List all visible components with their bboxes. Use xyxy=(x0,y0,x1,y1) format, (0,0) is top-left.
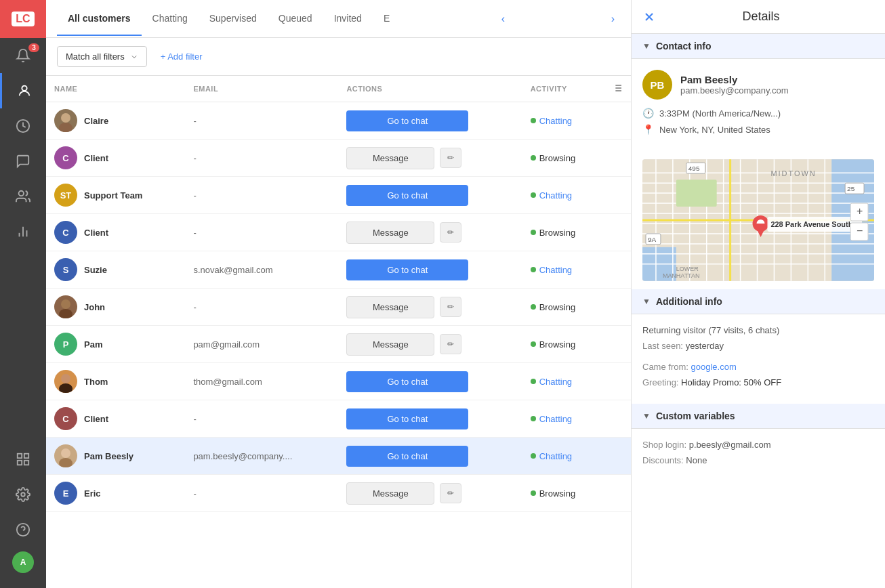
table-row[interactable]: C Client - Message✏ Browsing xyxy=(46,214,631,251)
go-to-chat-button[interactable]: Go to chat xyxy=(346,185,468,206)
tab-supervised[interactable]: Supervised xyxy=(199,2,268,36)
sidebar-user-avatar[interactable]: A xyxy=(0,547,46,583)
tab-chatting[interactable]: Chatting xyxy=(142,2,199,36)
go-to-chat-button[interactable]: Go to chat xyxy=(346,446,468,467)
tab-more[interactable]: E xyxy=(373,2,400,36)
table-row[interactable]: C Client - Go to chat Chatting xyxy=(46,400,631,438)
name-cell: Pam Beesly xyxy=(46,438,185,475)
table-row[interactable]: C Client - Message✏ Browsing xyxy=(46,140,631,177)
col-extra[interactable] xyxy=(604,76,631,102)
table-row[interactable]: Thom thom@gmail.com Go to chat Chatting xyxy=(46,363,631,400)
table-row[interactable]: John - Message✏ Browsing xyxy=(46,289,631,326)
row-extra xyxy=(604,102,631,140)
message-button[interactable]: Message xyxy=(346,296,434,318)
name-cell: John xyxy=(46,289,185,326)
name-cell: C Client xyxy=(46,400,185,438)
tab-invited[interactable]: Invited xyxy=(323,2,373,36)
sidebar-item-team[interactable] xyxy=(0,179,46,214)
table-row[interactable]: E Eric - Message✏ Browsing xyxy=(46,475,631,512)
activity-cell: Browsing xyxy=(522,326,604,363)
sidebar-item-help[interactable] xyxy=(0,512,46,547)
email-cell: s.novak@gmail.com xyxy=(185,251,338,289)
custom-variables-section-header[interactable]: ▼ Custom variables xyxy=(632,404,885,429)
table-row[interactable]: P Pam pam@gmail.com Message✏ Browsing xyxy=(46,326,631,363)
came-from-row: Came from: google.com xyxy=(642,362,874,372)
message-button[interactable]: Message xyxy=(346,222,434,244)
table-row[interactable]: Claire - Go to chat Chatting xyxy=(46,102,631,140)
came-from-label: Came from: xyxy=(642,362,688,372)
logo-text: LC xyxy=(12,12,34,26)
match-filter-dropdown[interactable]: Match all filters xyxy=(57,46,147,67)
message-button[interactable]: Message xyxy=(346,482,434,505)
activity-cell: Chatting xyxy=(522,363,604,400)
tab-prev-btn[interactable]: ‹ xyxy=(496,10,510,28)
status-dot-indicator xyxy=(531,416,536,421)
sidebar-item-notifications[interactable]: 3 xyxy=(0,38,46,73)
message-button[interactable]: Message xyxy=(346,333,434,356)
contact-info-section-header[interactable]: ▼ Contact info xyxy=(632,34,885,59)
svg-text:25: 25 xyxy=(847,185,855,192)
row-extra xyxy=(604,363,631,400)
sidebar-item-history[interactable] xyxy=(0,108,46,144)
sidebar-item-settings[interactable] xyxy=(0,477,46,512)
customer-name: Eric xyxy=(84,488,101,499)
row-extra xyxy=(604,400,631,438)
go-to-chat-button[interactable]: Go to chat xyxy=(346,259,468,280)
edit-chat-button[interactable]: ✏ xyxy=(440,297,461,317)
edit-chat-button[interactable]: ✏ xyxy=(440,222,461,243)
go-to-chat-button[interactable]: Go to chat xyxy=(346,408,468,429)
details-close-button[interactable] xyxy=(642,10,656,24)
action-cell: Go to chat xyxy=(338,251,522,289)
contact-person: PB Pam Beesly pam.beesly@company.com xyxy=(642,70,874,100)
customers-table: NAME EMAIL ACTIONS ACTIVITY Claire - Go … xyxy=(46,76,631,512)
status-label: Chatting xyxy=(539,377,572,387)
row-extra xyxy=(604,214,631,251)
status-dot-indicator xyxy=(531,304,536,310)
sidebar-item-reports[interactable] xyxy=(0,144,46,179)
email-cell: thom@gmail.com xyxy=(185,363,338,400)
last-seen-row: Last seen: yesterday xyxy=(642,341,874,351)
app-logo[interactable]: LC xyxy=(0,0,46,38)
go-to-chat-button[interactable]: Go to chat xyxy=(346,110,468,131)
svg-text:−: − xyxy=(857,225,863,236)
tab-queued[interactable]: Queued xyxy=(268,2,323,36)
status-label: Browsing xyxy=(539,302,575,312)
row-extra xyxy=(604,251,631,289)
action-cell: Message✏ xyxy=(338,475,522,512)
tab-all-customers[interactable]: All customers xyxy=(57,2,142,36)
map-container[interactable]: 228 Park Avenue South 25 9A MIDTOWN LOWE… xyxy=(642,159,874,281)
came-from-link[interactable]: google.com xyxy=(691,362,737,372)
col-actions: ACTIONS xyxy=(338,76,522,102)
email-cell: - xyxy=(185,177,338,214)
add-filter-button[interactable]: + Add filter xyxy=(152,47,211,66)
activity-cell: Browsing xyxy=(522,289,604,326)
help-icon xyxy=(16,522,30,537)
table-row[interactable]: Pam Beesly pam.beesly@company.... Go to … xyxy=(46,438,631,475)
go-to-chat-button[interactable]: Go to chat xyxy=(346,371,468,392)
svg-point-0 xyxy=(22,86,26,91)
contact-time: 3:33PM (North America/New...) xyxy=(659,108,781,119)
edit-chat-button[interactable]: ✏ xyxy=(440,483,461,503)
tab-next-btn[interactable]: › xyxy=(606,10,620,28)
sidebar-item-stats[interactable] xyxy=(0,214,46,249)
message-button[interactable]: Message xyxy=(346,147,434,169)
edit-chat-button[interactable]: ✏ xyxy=(440,334,461,354)
table-row[interactable]: ST Support Team - Go to chat Chatting xyxy=(46,177,631,214)
name-cell: C Client xyxy=(46,214,185,251)
svg-point-2 xyxy=(19,191,24,196)
svg-point-21 xyxy=(61,299,70,309)
chat-bubbles-icon xyxy=(16,154,30,169)
shop-login-value: p.beesly@gmail.com xyxy=(689,440,771,450)
sidebar-item-apps[interactable] xyxy=(0,442,46,477)
edit-chat-button[interactable]: ✏ xyxy=(440,148,461,168)
activity-cell: Chatting xyxy=(522,400,604,438)
clock-detail-icon: 🕐 xyxy=(642,108,654,119)
customer-name: Client xyxy=(84,228,108,238)
table-row[interactable]: S Suzie s.novak@gmail.com Go to chat Cha… xyxy=(46,251,631,289)
bell-icon xyxy=(16,48,30,63)
sidebar-item-customers[interactable] xyxy=(0,73,46,108)
customer-name: Support Team xyxy=(84,190,142,201)
activity-cell: Chatting xyxy=(522,102,604,140)
svg-rect-8 xyxy=(18,461,22,465)
additional-info-section-header[interactable]: ▼ Additional info xyxy=(632,289,885,314)
